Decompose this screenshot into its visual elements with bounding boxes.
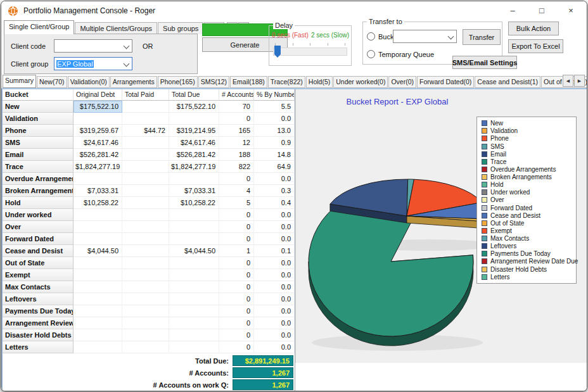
grid-cell[interactable]: 0.0: [254, 113, 295, 125]
export-to-excel-button[interactable]: Export To Excel: [508, 39, 563, 53]
bucket-label[interactable]: Trace: [3, 161, 74, 173]
grid-cell[interactable]: [122, 161, 169, 173]
grid-cell[interactable]: [74, 329, 122, 341]
grid-cell[interactable]: $319,214.95: [169, 125, 219, 137]
grid-cell[interactable]: 0: [219, 281, 254, 293]
grid-cell[interactable]: [169, 281, 219, 293]
grid-cell[interactable]: 0: [219, 221, 254, 233]
grid-cell[interactable]: 0.0: [254, 293, 295, 305]
bulk-action-button[interactable]: Bulk Action: [508, 22, 559, 35]
bucket-label[interactable]: Email: [3, 149, 74, 161]
column-header-by-number[interactable]: % By Number: [254, 89, 295, 101]
grid-cell[interactable]: [74, 209, 122, 221]
grid-cell[interactable]: 12: [219, 137, 254, 149]
grid-cell[interactable]: [122, 257, 169, 269]
grid-cell[interactable]: [169, 341, 219, 353]
bucket-tab-phone-165[interactable]: Phone(165): [158, 76, 198, 88]
bucket-tab-validation-0[interactable]: Validation(0): [68, 76, 110, 88]
grid-cell[interactable]: 1: [219, 245, 254, 257]
grid-cell[interactable]: [122, 173, 169, 185]
grid-cell[interactable]: $44.72: [122, 125, 169, 137]
grid-cell[interactable]: 0: [219, 113, 254, 125]
grid-cell[interactable]: $7,033.31: [169, 185, 219, 197]
grid-cell[interactable]: [169, 293, 219, 305]
bucket-radio[interactable]: [367, 32, 375, 41]
bucket-label[interactable]: Disaster Hold Debts: [3, 329, 74, 341]
bucket-label[interactable]: Max Contacts: [3, 281, 74, 293]
bucket-label[interactable]: Arrangement Review Date Due: [3, 317, 74, 329]
grid-cell[interactable]: [122, 101, 169, 113]
grid-cell[interactable]: [122, 281, 169, 293]
grid-cell[interactable]: [122, 137, 169, 149]
column-header-original-debt[interactable]: Original Debt: [74, 89, 122, 101]
minimize-icon[interactable]: –: [508, 6, 517, 15]
grid-cell[interactable]: 0.0: [254, 281, 295, 293]
grid-cell[interactable]: 0: [219, 269, 254, 281]
grid-cell[interactable]: [169, 113, 219, 125]
bucket-label[interactable]: Hold: [3, 197, 74, 209]
column-header-bucket[interactable]: Bucket: [3, 89, 74, 101]
grid-cell[interactable]: 0.0: [254, 305, 295, 317]
grid-cell[interactable]: 0: [219, 293, 254, 305]
grid-cell[interactable]: $526,281.42: [169, 149, 219, 161]
bucket-label[interactable]: Broken Arrangements: [3, 185, 74, 197]
grid-cell[interactable]: 0: [219, 209, 254, 221]
grid-cell[interactable]: [122, 197, 169, 209]
grid-cell[interactable]: $4,044.50: [169, 245, 219, 257]
grid-cell[interactable]: [74, 317, 122, 329]
grid-cell[interactable]: $24,617.46: [74, 137, 122, 149]
grid-cell[interactable]: 5: [219, 197, 254, 209]
grid-cell[interactable]: 4: [219, 185, 254, 197]
grid-cell[interactable]: 0.0: [254, 269, 295, 281]
sms-email-settings-button[interactable]: SMS/Email Settings: [452, 56, 517, 69]
grid-cell[interactable]: [122, 233, 169, 245]
bucket-label[interactable]: Validation: [3, 113, 74, 125]
temporary-queue-radio[interactable]: [367, 50, 375, 58]
grid-cell[interactable]: 165: [219, 125, 254, 137]
grid-cell[interactable]: 64.9: [254, 161, 295, 173]
grid-cell[interactable]: [74, 341, 122, 353]
grid-cell[interactable]: $175,522.10: [169, 101, 219, 113]
bucket-label[interactable]: Phone: [3, 125, 74, 137]
grid-cell[interactable]: [169, 329, 219, 341]
bucket-tab-new-70[interactable]: New(70): [37, 76, 67, 88]
bucket-tab-over-0[interactable]: Over(0): [388, 76, 416, 88]
grid-cell[interactable]: $24,617.46: [169, 137, 219, 149]
tab-sub-groups[interactable]: Sub groups: [158, 22, 203, 34]
grid-cell[interactable]: 0.0: [254, 233, 295, 245]
grid-cell[interactable]: [122, 209, 169, 221]
grid-cell[interactable]: [169, 305, 219, 317]
grid-cell[interactable]: [122, 113, 169, 125]
grid-cell[interactable]: 0.0: [254, 221, 295, 233]
grid-cell[interactable]: 0: [219, 173, 254, 185]
bucket-tab-hold-5[interactable]: Hold(5): [306, 76, 333, 88]
grid-cell[interactable]: [122, 185, 169, 197]
grid-cell[interactable]: [74, 221, 122, 233]
grid-cell[interactable]: $319,259.67: [74, 125, 122, 137]
grid-cell[interactable]: 0.1: [254, 245, 295, 257]
grid-cell[interactable]: $1,824,277.19: [169, 161, 219, 173]
grid-cell[interactable]: [122, 245, 169, 257]
grid-cell[interactable]: 0.9: [254, 137, 295, 149]
scroll-right-icon[interactable]: ▶: [574, 75, 585, 87]
grid-cell[interactable]: 0: [219, 305, 254, 317]
bucket-label[interactable]: Out of State: [3, 257, 74, 269]
bucket-label[interactable]: Under worked: [3, 209, 74, 221]
bucket-tab-summary[interactable]: Summary: [3, 75, 36, 88]
bucket-label[interactable]: Letters: [3, 341, 74, 353]
delay-slider-track[interactable]: [273, 47, 347, 56]
grid-cell[interactable]: [74, 257, 122, 269]
grid-cell[interactable]: [74, 173, 122, 185]
bucket-tab-email-188[interactable]: Email(188): [230, 76, 267, 88]
grid-cell[interactable]: [122, 269, 169, 281]
bucket-label[interactable]: Payments Due Today: [3, 305, 74, 317]
grid-cell[interactable]: $4,044.50: [74, 245, 122, 257]
bucket-label[interactable]: Cease and Desist: [3, 245, 74, 257]
grid-cell[interactable]: 0.3: [254, 185, 295, 197]
grid-cell[interactable]: [169, 233, 219, 245]
grid-cell[interactable]: 0.4: [254, 197, 295, 209]
grid-cell[interactable]: $1,824,277.19: [74, 161, 122, 173]
grid-cell[interactable]: [122, 329, 169, 341]
grid-cell[interactable]: $10,258.22: [169, 197, 219, 209]
grid-cell[interactable]: 0.0: [254, 257, 295, 269]
